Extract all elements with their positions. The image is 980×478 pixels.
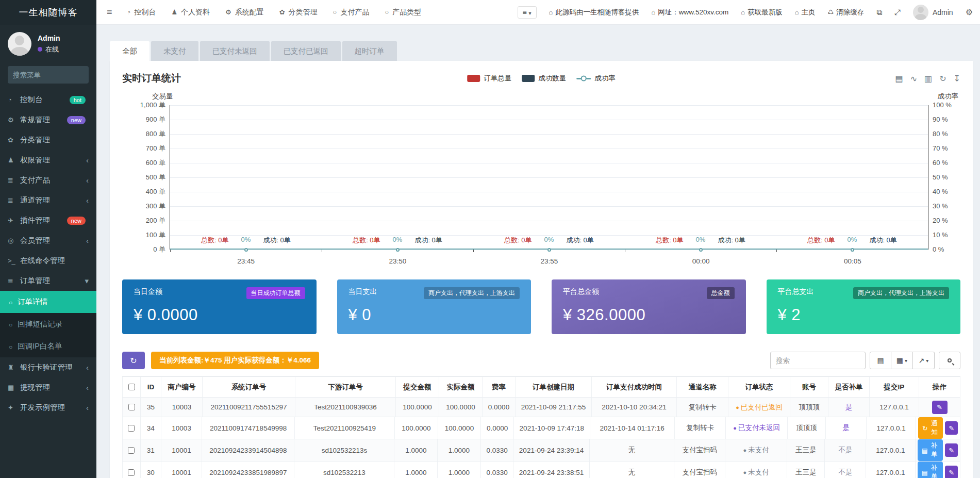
legend-item[interactable]: 成功率 <box>576 74 616 83</box>
data-view-icon[interactable]: ▤ <box>895 74 903 84</box>
sidebar: 一生相随博客 Admin 在线 ◔ 控制台 hot ⚙ 常规管理 new ✿ <box>0 0 96 478</box>
stat-card-title: 当日金额 <box>134 287 162 296</box>
app-logo[interactable]: 一生相随博客 <box>0 0 96 25</box>
row-checkbox[interactable] <box>128 425 135 432</box>
data-point-labels: 总数: 0单 0% 成功: 0单 <box>473 236 625 245</box>
sidebar-item[interactable]: ✿ 分类管理 <box>0 130 96 150</box>
line-chart-icon[interactable]: ∿ <box>910 74 917 84</box>
refresh-button[interactable]: ↻ <box>122 352 145 369</box>
bar-chart-icon[interactable]: ▥ <box>924 74 932 84</box>
header-cell: 订单支付成功时间 <box>592 377 677 398</box>
y-axis-tick: 900 单 <box>122 116 170 124</box>
sidebar-menu: ◔ 控制台 hot ⚙ 常规管理 new ✿ 分类管理 ♟ 权限管理 ‹ ≣ <box>0 90 96 478</box>
terminal-icon: >_ <box>8 257 20 265</box>
sidebar-item[interactable]: ✈ 插件管理 new <box>0 210 96 230</box>
rate-label: 0% <box>544 236 554 245</box>
columns-button[interactable]: ▦▾ <box>891 352 913 369</box>
dashboard-icon: ◔ <box>8 96 20 104</box>
restore-icon[interactable]: ↻ <box>939 74 946 84</box>
save-image-icon[interactable]: ↧ <box>954 74 960 84</box>
sidebar-item[interactable]: ≣ 通道管理 ‹ <box>0 190 96 210</box>
tab[interactable]: 超时订单 <box>342 41 397 61</box>
tab[interactable]: 已支付未返回 <box>200 41 270 61</box>
header-cell: 商户编号 <box>161 377 203 398</box>
detail-view-button[interactable]: ▤ <box>870 352 891 369</box>
pencil-icon: ✎ <box>949 447 954 454</box>
topnav-item[interactable]: ⚙ 系统配置 <box>225 8 264 17</box>
sidebar-item[interactable]: ✦ 开发示例管理 ‹ <box>0 398 96 418</box>
y-axis-name-right: 成功率 <box>938 92 959 101</box>
legend-item[interactable]: 成功数量 <box>522 74 566 83</box>
topnav-link[interactable]: ⌂ 获取最新版 <box>741 8 782 17</box>
hamburger-icon[interactable]: ≡ <box>96 7 123 18</box>
sidebar-item[interactable]: ♜ 银行卡验证管理 ‹ <box>0 357 96 377</box>
fullscreen-icon[interactable]: ⤢ <box>894 8 901 17</box>
topnav-link[interactable]: ⌂ 网址：www.520xv.com <box>651 8 728 17</box>
sidebar-item[interactable]: ◎ 会员管理 ‹ <box>0 230 96 251</box>
row-checkbox[interactable] <box>128 447 135 454</box>
row-checkbox[interactable] <box>128 404 135 410</box>
topnav-link[interactable]: ⌂ 主页 <box>795 8 816 17</box>
stat-card-title: 当日支出 <box>348 287 377 296</box>
status-badge: 已支付未返回 <box>733 423 780 433</box>
docs-icon[interactable]: ⧉ <box>876 8 882 17</box>
sidebar-subitem[interactable]: 订单详情 <box>0 291 96 313</box>
tab[interactable]: 全部 <box>110 41 150 61</box>
circle-icon <box>9 342 12 351</box>
action-button[interactable]: ▤补单 <box>918 461 943 478</box>
topnav-item[interactable]: ○ 支付产品 <box>333 8 370 17</box>
topnav-link[interactable]: ⌂ 此源码由一生相随博客提供 <box>549 8 639 17</box>
data-point-labels: 总数: 0单 0% 成功: 0单 <box>322 236 473 245</box>
legend-item[interactable]: 订单总量 <box>467 74 511 83</box>
success-label: 成功: 0单 <box>414 236 442 245</box>
action-button[interactable]: ▤补单 <box>918 439 943 461</box>
sidebar-item[interactable]: ≣ 支付产品 ‹ <box>0 170 96 190</box>
stat-card: 当日金额 当日成功订单总额 ¥ 0.0000 <box>122 279 317 334</box>
sidebar-item[interactable]: >_ 在线命令管理 <box>0 251 96 271</box>
topnav-item[interactable]: ◔ 控制台 <box>127 8 156 17</box>
cell-submit-ip: 127.0.0.1 <box>870 398 919 417</box>
sidebar-item[interactable]: ▦ 提现管理 ‹ <box>0 377 96 398</box>
row-checkbox[interactable] <box>128 469 135 476</box>
sidebar-subitem[interactable]: 回掉短信记录 <box>0 313 96 335</box>
sidebar-item[interactable]: ♟ 权限管理 ‹ <box>0 150 96 170</box>
y-axis-tick: 90 % <box>928 116 960 124</box>
line-marker <box>244 248 248 252</box>
cell-actual-amount: 100.0000 <box>438 417 481 439</box>
tab[interactable]: 已支付已返回 <box>271 41 341 61</box>
select-all-checkbox[interactable] <box>128 384 135 390</box>
tab[interactable]: 未支付 <box>151 41 198 61</box>
chart-title: 实时订单统计 <box>122 72 181 85</box>
edit-button[interactable]: ✎ <box>945 421 958 435</box>
stat-card-value: ¥ 0.0000 <box>134 306 305 326</box>
sidebar-subitem[interactable]: 回调IP白名单 <box>0 335 96 357</box>
topnav-item[interactable]: ♟ 个人资料 <box>171 8 210 17</box>
sidebar-item[interactable]: ≣ 订单管理 ▾ <box>0 271 96 291</box>
export-button[interactable]: ↗▾ <box>913 352 935 369</box>
cell-submit-amount: 100.0000 <box>396 398 439 417</box>
cell-merchant: 10003 <box>161 417 203 439</box>
topnav-item[interactable]: ✿ 分类管理 <box>279 8 318 17</box>
menu-search-input[interactable] <box>13 71 96 79</box>
cell-fee-rate: 0.0330 <box>481 461 514 478</box>
cell-merchant: 10001 <box>161 439 203 461</box>
edit-button[interactable]: ✎ <box>945 466 958 478</box>
search-button[interactable] <box>939 352 960 369</box>
topnav-link[interactable]: ♺ 清除缓存 <box>828 8 865 17</box>
online-dot-icon <box>38 47 42 52</box>
edit-button[interactable]: ✎ <box>945 443 958 457</box>
action-button[interactable]: ↻通知 <box>918 417 943 439</box>
list-dropdown-button[interactable]: ≡ ▾ <box>518 6 537 19</box>
user-menu[interactable]: Admin <box>913 5 953 20</box>
sidebar-item[interactable]: ◔ 控制台 hot <box>0 90 96 110</box>
y-axis-tick: 300 单 <box>122 202 170 210</box>
status-badge: 未支付 <box>743 468 769 477</box>
edit-button[interactable]: ✎ <box>932 401 948 414</box>
settings-gear-icon[interactable]: ⚙ <box>966 7 973 17</box>
topnav-item[interactable]: ○ 产品类型 <box>385 8 421 17</box>
line-marker <box>699 248 703 252</box>
action-label: 补单 <box>929 464 939 478</box>
sidebar-item[interactable]: ⚙ 常规管理 new <box>0 110 96 130</box>
table-search-input[interactable] <box>770 352 866 369</box>
rate-label: 0% <box>241 236 251 245</box>
